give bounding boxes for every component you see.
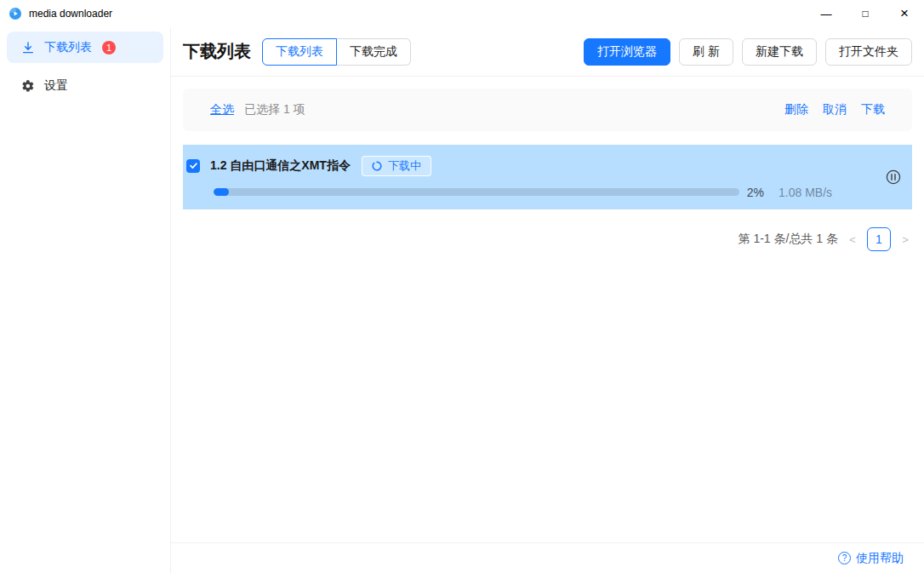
maximize-button[interactable]: □ <box>846 0 885 27</box>
next-page-arrow[interactable]: > <box>898 233 912 246</box>
checkmark-icon <box>189 161 198 170</box>
delete-link[interactable]: 删除 <box>784 102 808 117</box>
help-label: 使用帮助 <box>856 551 904 566</box>
download-item-row: 1.2 自由口通信之XMT指令 下载中 <box>183 145 912 209</box>
sidebar-item-download-list[interactable]: 下载列表 1 <box>7 32 163 63</box>
sidebar-item-label: 下载列表 <box>44 40 92 55</box>
main-panel: 下载列表 下载列表 下载完成 打开浏览器 刷 新 新建下载 打开文件夹 全选 已… <box>171 27 924 573</box>
window-title: media downloader <box>29 8 112 20</box>
pagination-summary: 第 1-1 条/总共 1 条 <box>739 232 838 247</box>
pagination: 第 1-1 条/总共 1 条 < 1 > <box>183 227 912 251</box>
app-logo-icon <box>9 7 22 20</box>
loading-spinner-icon <box>372 161 382 171</box>
select-all-link[interactable]: 全选 <box>210 102 234 117</box>
header-buttons: 打开浏览器 刷 新 新建下载 打开文件夹 <box>584 38 912 66</box>
tab-download-list[interactable]: 下载列表 <box>262 38 337 66</box>
cancel-link[interactable]: 取消 <box>823 102 847 117</box>
open-folder-button[interactable]: 打开文件夹 <box>825 38 912 66</box>
prev-page-arrow[interactable]: < <box>846 233 859 246</box>
download-item-main: 1.2 自由口通信之XMT指令 下载中 <box>186 156 840 199</box>
tab-download-complete[interactable]: 下载完成 <box>337 38 411 66</box>
title-bar: media downloader — □ × <box>0 0 924 27</box>
progress-percent: 2% <box>747 186 764 199</box>
download-link[interactable]: 下载 <box>861 102 885 117</box>
status-badge: 下载中 <box>362 156 431 176</box>
open-browser-button[interactable]: 打开浏览器 <box>584 38 670 66</box>
selection-status: 已选择 1 项 <box>244 102 305 117</box>
progress-fill <box>214 188 229 196</box>
gear-icon <box>21 79 35 93</box>
app-window: media downloader — □ × 下载列表 1 <box>0 0 924 573</box>
list-tabs: 下载列表 下载完成 <box>262 38 411 66</box>
download-icon <box>21 41 35 54</box>
refresh-button[interactable]: 刷 新 <box>679 38 733 66</box>
toolbar-actions: 删除 取消 下载 <box>784 102 885 117</box>
pause-button[interactable] <box>886 169 901 185</box>
download-speed: 1.08 MB/s <box>779 186 840 199</box>
selection-toolbar: 全选 已选择 1 项 删除 取消 下载 <box>183 89 912 131</box>
sidebar-item-label: 设置 <box>44 78 68 94</box>
app-body: 下载列表 1 设置 下载列表 下载列表 下载完成 <box>0 27 924 573</box>
download-progress-line: 2% 1.08 MB/s <box>214 186 840 199</box>
content-area: 全选 已选择 1 项 删除 取消 下载 <box>171 77 924 542</box>
question-circle-icon: ? <box>838 552 851 564</box>
empty-space <box>183 251 912 530</box>
sidebar: 下载列表 1 设置 <box>0 27 171 573</box>
progress-bar <box>214 188 739 196</box>
new-download-button[interactable]: 新建下载 <box>742 38 817 66</box>
status-label: 下载中 <box>388 158 421 174</box>
sidebar-item-settings[interactable]: 设置 <box>7 70 163 101</box>
page-title: 下载列表 <box>183 40 251 63</box>
download-item-header: 1.2 自由口通信之XMT指令 下载中 <box>186 156 840 176</box>
help-link[interactable]: ? 使用帮助 <box>838 551 904 566</box>
download-item-title: 1.2 自由口通信之XMT指令 <box>210 158 351 174</box>
pause-icon <box>886 169 901 185</box>
window-controls: — □ × <box>807 0 924 27</box>
item-checkbox[interactable] <box>186 159 200 173</box>
page-1-button[interactable]: 1 <box>867 227 891 251</box>
notification-badge: 1 <box>102 41 116 54</box>
main-header: 下载列表 下载列表 下载完成 打开浏览器 刷 新 新建下载 打开文件夹 <box>171 27 924 77</box>
main-footer: ? 使用帮助 <box>171 542 924 573</box>
minimize-button[interactable]: — <box>807 0 846 27</box>
close-button[interactable]: × <box>885 0 924 27</box>
